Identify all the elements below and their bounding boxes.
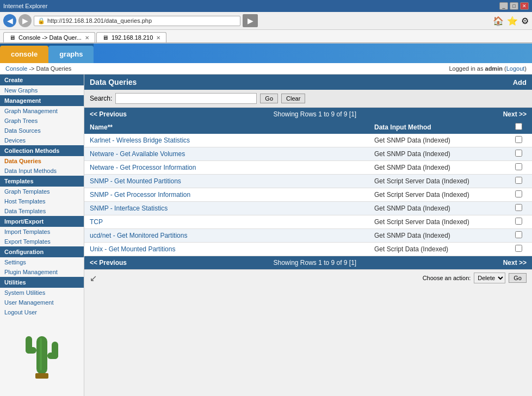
tab1-close[interactable]: ✕ [85, 35, 89, 41]
table-row: SNMP - Interface Statistics Get SNMP Dat… [84, 202, 532, 215]
tab2-icon: 🖥 [102, 34, 108, 41]
row-check-3 [510, 177, 527, 185]
col-header-method: Data Input Method [374, 123, 510, 131]
forward-button[interactable]: ▶ [18, 14, 32, 27]
sidebar-item-settings[interactable]: Settings [0, 257, 84, 267]
col-header-check [510, 123, 527, 132]
sidebar-item-plugin-management[interactable]: Plugin Management [0, 267, 84, 277]
row-check-1 [510, 150, 527, 158]
row-checkbox-1[interactable] [515, 150, 522, 157]
tab2-close[interactable]: ✕ [156, 35, 160, 41]
row-check-2 [510, 163, 527, 172]
breadcrumb-text: Console -> Data Queries [5, 65, 71, 72]
row-method-4: Get Script Server Data (Indexed) [374, 191, 510, 199]
row-name-0[interactable]: Karlnet - Wireless Bridge Statistics [90, 137, 374, 144]
row-checkbox-2[interactable] [515, 163, 522, 170]
select-all-checkbox[interactable] [515, 123, 522, 130]
maximize-button[interactable]: □ [510, 2, 518, 10]
prev-button-top[interactable]: << Previous [90, 110, 127, 118]
browser-tab-1[interactable]: 🖥 Console -> Data Quer... ✕ [3, 32, 95, 42]
svg-rect-4 [52, 342, 58, 359]
security-icon: 🔒 [38, 17, 45, 24]
action-controls: Choose an action: Delete Go [423, 273, 527, 283]
row-checkbox-3[interactable] [515, 177, 522, 184]
logged-in-info: Logged in as admin (Logout) [449, 65, 527, 72]
logout-link[interactable]: Logout [506, 65, 525, 72]
sidebar-item-graph-trees[interactable]: Graph Trees [0, 116, 84, 126]
row-name-5[interactable]: SNMP - Interface Statistics [90, 205, 374, 212]
action-select[interactable]: Delete [474, 273, 505, 283]
back-button[interactable]: ◀ [3, 14, 16, 27]
row-name-7[interactable]: ucd/net - Get Monitored Partitions [90, 232, 374, 239]
sidebar-item-system-utilities[interactable]: System Utilities [0, 288, 84, 298]
nav-bar: ◀ ▶ 🔒 http://192.168.18.201/data_queries… [0, 12, 532, 30]
action-go-button[interactable]: Go [509, 273, 527, 283]
row-name-4[interactable]: SNMP - Get Processor Information [90, 191, 374, 199]
row-checkbox-7[interactable] [515, 231, 522, 238]
sidebar-item-data-queries[interactable]: Data Queries [0, 156, 84, 166]
prev-button-bottom[interactable]: << Previous [90, 259, 127, 267]
home-icon[interactable]: 🏠 [493, 16, 504, 26]
breadcrumb-console-link[interactable]: Console [5, 65, 27, 72]
search-clear-button[interactable]: Clear [281, 94, 305, 103]
gear-icon[interactable]: ⚙ [521, 16, 529, 26]
sidebar-item-new-graphs[interactable]: New Graphs [0, 85, 84, 95]
content-area: Data Queries Add Search: Go Clear << Pre… [84, 75, 532, 396]
row-name-2[interactable]: Netware - Get Processor Information [90, 164, 374, 171]
row-checkbox-6[interactable] [515, 218, 522, 225]
cactus-svg [20, 320, 64, 380]
sidebar-section-utilities: Utilities [0, 277, 84, 288]
sidebar-item-data-sources[interactable]: Data Sources [0, 126, 84, 135]
table-row: Unix - Get Mounted Partitions Get Script… [84, 243, 532, 256]
sidebar-item-user-management[interactable]: User Management [0, 298, 84, 307]
next-button-bottom[interactable]: Next >> [503, 259, 527, 267]
table-row: SNMP - Get Mounted Partitions Get Script… [84, 175, 532, 188]
window-controls: _ □ ✕ [499, 2, 529, 10]
sidebar-item-host-templates[interactable]: Host Templates [0, 196, 84, 206]
row-checkbox-0[interactable] [515, 136, 522, 143]
sidebar-item-devices[interactable]: Devices [0, 135, 84, 145]
star-icon[interactable]: ⭐ [507, 16, 518, 26]
row-method-2: Get SNMP Data (Indexed) [374, 164, 510, 171]
row-checkbox-8[interactable] [515, 245, 522, 252]
table-row: Netware - Get Processor Information Get … [84, 161, 532, 175]
sidebar-item-data-input-methods[interactable]: Data Input Methods [0, 166, 84, 176]
sidebar-item-import-templates[interactable]: Import Templates [0, 227, 84, 237]
search-go-button[interactable]: Go [260, 94, 278, 103]
address-bar[interactable]: 🔒 http://192.168.18.201/data_queries.php [34, 16, 240, 26]
row-check-6 [510, 218, 527, 226]
sidebar-item-graph-management[interactable]: Graph Management [0, 106, 84, 116]
app-header: console graphs [0, 44, 532, 63]
action-row: ↙ Choose an action: Delete Go [84, 269, 532, 286]
graphs-tab[interactable]: graphs [48, 46, 94, 63]
minimize-button[interactable]: _ [499, 2, 508, 10]
row-name-3[interactable]: SNMP - Get Mounted Partitions [90, 177, 374, 185]
sidebar-item-export-templates[interactable]: Export Templates [0, 237, 84, 246]
go-nav-button[interactable]: ▶ [243, 14, 258, 27]
sidebar-section-configuration: Configuration [0, 246, 84, 257]
col-header-name[interactable]: Name** [90, 123, 374, 131]
url-text[interactable]: http://192.168.18.201/data_queries.php [47, 17, 152, 24]
row-name-6[interactable]: TCP [90, 218, 374, 226]
bottom-pagination-bar: << Previous Showing Rows 1 to 9 of 9 [1]… [84, 256, 532, 269]
row-check-0 [510, 136, 527, 145]
top-pagination-bar: << Previous Showing Rows 1 to 9 of 9 [1]… [84, 108, 532, 121]
row-check-7 [510, 231, 527, 240]
table-row: Netware - Get Available Volumes Get SNMP… [84, 147, 532, 161]
row-checkbox-4[interactable] [515, 190, 522, 197]
next-button-top[interactable]: Next >> [503, 110, 527, 118]
browser-tab-2[interactable]: 🖥 192.168.18.210 ✕ [96, 32, 166, 42]
sidebar-item-graph-templates[interactable]: Graph Templates [0, 187, 84, 196]
close-button[interactable]: ✕ [520, 2, 529, 10]
console-tab[interactable]: console [0, 46, 48, 63]
row-checkbox-5[interactable] [515, 204, 522, 211]
add-button[interactable]: Add [513, 78, 527, 86]
search-input[interactable] [115, 93, 257, 104]
sidebar-item-logout-user[interactable]: Logout User [0, 307, 84, 317]
showing-text-top: Showing Rows 1 to 9 of 9 [1] [273, 110, 356, 118]
svg-rect-5 [35, 373, 48, 379]
tab1-label: Console -> Data Quer... [18, 34, 82, 41]
row-name-1[interactable]: Netware - Get Available Volumes [90, 150, 374, 158]
sidebar-item-data-templates[interactable]: Data Templates [0, 206, 84, 216]
row-name-8[interactable]: Unix - Get Mounted Partitions [90, 245, 374, 253]
